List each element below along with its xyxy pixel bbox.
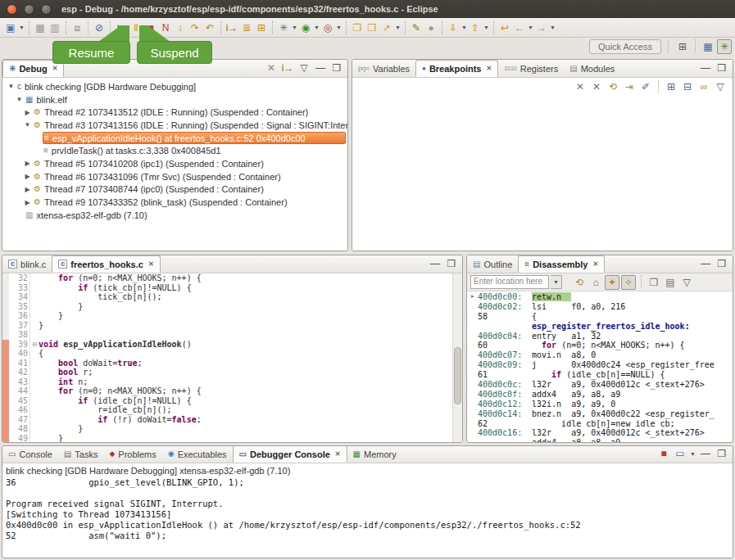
tree-expander-icon[interactable]: ▶ <box>22 186 33 193</box>
tab-disassembly[interactable]: ≡Disassembly✕ <box>518 255 605 273</box>
previous-annotation-button[interactable]: ⇧ <box>468 20 483 35</box>
editor-scrollbar[interactable] <box>452 273 462 442</box>
debug-tree-row[interactable]: ▶⚙Thread #5 1073410208 (ipc1) (Suspended… <box>2 157 347 170</box>
new-wizard-button[interactable]: ▣ <box>3 20 18 35</box>
tree-expander-icon[interactable]: ▼ <box>6 83 16 90</box>
view-menu-button[interactable]: ▽ <box>679 275 694 290</box>
chevron-down-icon[interactable]: ▼ <box>483 25 490 30</box>
debug-tree-row[interactable]: ▶⚙Thread #6 1073431096 (Tmr Svc) (Suspen… <box>2 170 347 183</box>
debug-tree-row[interactable]: ▶⚙Thread #2 1073413512 (IDLE : Running) … <box>2 106 347 119</box>
chevron-down-icon[interactable]: ▼ <box>551 275 562 289</box>
annotation-button[interactable]: ● <box>424 20 438 35</box>
window-maximize-button[interactable] <box>41 4 52 15</box>
editor-tab-blink-c[interactable]: cblink.c <box>2 255 52 273</box>
quick-access-button[interactable]: Quick Access <box>589 39 661 54</box>
view-menu-button[interactable]: ▽ <box>713 79 728 94</box>
chevron-down-icon[interactable]: ▼ <box>314 25 320 30</box>
chevron-down-icon[interactable]: ▼ <box>19 25 25 30</box>
expand-all-button[interactable]: ⊞ <box>664 79 678 94</box>
remove-all-breakpoints-button[interactable]: ✕ <box>589 79 604 94</box>
debug-tree-row[interactable]: ▥xtensa-esp32-elf-gdb (7.10) <box>2 209 347 222</box>
chevron-down-icon[interactable]: ▼ <box>690 451 696 457</box>
tab-modules[interactable]: ▤Modules <box>564 60 620 77</box>
skip-all-breakpoints-toggle[interactable]: ✐ <box>638 79 653 94</box>
tree-expander-icon[interactable]: ▶ <box>22 109 33 116</box>
editor-fold-margin[interactable]: ⊖ <box>30 273 39 442</box>
cpp-perspective-button[interactable]: ▦ <box>701 39 715 54</box>
trace-control-button[interactable]: ⊞ <box>254 20 269 35</box>
view-menu-button[interactable]: ▽ <box>297 61 311 75</box>
tab-registers[interactable]: 1010Registers <box>498 60 564 77</box>
tree-expander-icon[interactable]: ▶ <box>22 160 33 167</box>
maximize-button[interactable]: ❒ <box>444 256 459 271</box>
home-button[interactable]: ⌂ <box>588 275 603 290</box>
show-debug-columns-button[interactable]: ≣ <box>239 20 254 35</box>
skip-all-breakpoints-button[interactable]: ⊘ <box>92 20 107 35</box>
disassembly-content[interactable]: ➤400d0c00:retw.n 400d0c02:lsi f0, a0, 21… <box>467 291 733 442</box>
display-console-button[interactable]: ▭ <box>673 446 687 461</box>
tab-memory[interactable]: ▦Memory <box>347 445 402 463</box>
terminate-button[interactable]: ■ <box>656 446 671 461</box>
window-titlebar[interactable]: esp - Debug - /home/krzysztof/esp/esp-id… <box>0 0 735 18</box>
debug-perspective-button[interactable]: ✳ <box>717 39 732 54</box>
mark-occurrences-button[interactable]: ✎ <box>409 20 424 35</box>
console-content[interactable]: blink checking [GDB Hardware Debugging] … <box>2 463 733 558</box>
run-button[interactable]: ◉ <box>298 20 313 35</box>
open-element-button[interactable]: ↗ <box>379 20 394 35</box>
maximize-button[interactable]: ❒ <box>329 61 344 75</box>
save-all-button[interactable]: ▥ <box>48 20 62 35</box>
fold-collapse-icon[interactable]: ⊖ <box>30 340 39 350</box>
chevron-down-icon[interactable]: ▼ <box>395 25 402 30</box>
instruction-stepping-button[interactable]: i→ <box>225 20 239 35</box>
next-annotation-button[interactable]: ⇩ <box>446 20 461 35</box>
chevron-down-icon[interactable]: ▼ <box>336 25 343 30</box>
debug-tree-row[interactable]: ▶⚙Thread #7 1073408744 (ipc0) (Suspended… <box>2 183 347 196</box>
tab-tasks[interactable]: ▤Tasks <box>58 445 104 463</box>
window-close-button[interactable] <box>7 4 17 15</box>
disconnect-button[interactable]: N <box>158 20 173 35</box>
minimize-button[interactable]: — <box>698 256 713 271</box>
debug-tree-row[interactable]: ▼▦blink.elf <box>2 93 347 106</box>
close-icon[interactable]: ✕ <box>335 450 341 458</box>
chevron-down-icon[interactable]: ▼ <box>292 25 298 30</box>
tree-expander-icon[interactable]: ▶ <box>22 173 33 180</box>
new-binary-button[interactable]: ⧈ <box>70 20 84 35</box>
track-expression-toggle[interactable]: ✧ <box>621 275 636 290</box>
back-button[interactable]: ← <box>512 20 527 35</box>
editor-tab-freertos-hooks-c[interactable]: cfreertos_hooks.c✕ <box>52 255 160 273</box>
collapse-all-button[interactable]: ⊟ <box>680 79 695 94</box>
tab-variables[interactable]: (x)=Variables <box>352 60 415 77</box>
copy-button[interactable]: ❐ <box>647 275 661 290</box>
maximize-button[interactable]: ❒ <box>715 61 729 75</box>
save-button[interactable]: ▦ <box>33 20 48 35</box>
chevron-down-icon[interactable]: ▼ <box>550 25 556 30</box>
tab-problems[interactable]: ◆Problems <box>103 445 161 463</box>
tab-breakpoints[interactable]: ●Breakpoints✕ <box>415 60 498 77</box>
debug-tree-row[interactable]: ▼⚙Thread #3 1073413156 (IDLE : Running) … <box>2 119 347 132</box>
go-to-file-button[interactable]: ⇥ <box>622 79 637 94</box>
step-over-button[interactable]: ↷ <box>188 20 202 35</box>
last-edit-location-button[interactable]: ↩ <box>497 20 512 35</box>
tab-debugger-console[interactable]: ▭Debugger Console✕ <box>233 445 347 463</box>
external-tools-button[interactable]: ◎ <box>320 20 335 35</box>
debug-tree-row[interactable]: ▶⚙Thread #9 1073433352 (blink_task) (Sus… <box>2 196 347 209</box>
sync-selection-button[interactable]: ⟲ <box>572 275 587 290</box>
close-icon[interactable]: ✕ <box>52 65 58 72</box>
instruction-step-toggle-button[interactable]: i→ <box>280 61 295 75</box>
forward-button[interactable]: → <box>534 20 549 35</box>
tree-expander-icon[interactable]: ▼ <box>14 96 25 103</box>
maximize-button[interactable]: ❒ <box>715 256 729 271</box>
open-perspective-button[interactable]: ⊞ <box>675 39 690 54</box>
location-input[interactable]: Enter location here <box>470 275 549 289</box>
tree-expander-icon[interactable]: ▶ <box>22 199 33 206</box>
show-source-toggle[interactable]: ✦ <box>605 275 619 290</box>
stack-frame-row[interactable]: ≡esp_vApplicationIdleHook() at freertos_… <box>2 132 347 145</box>
export-button[interactable]: ▤ <box>663 275 678 290</box>
close-icon[interactable]: ✕ <box>592 260 598 268</box>
show-breakpoints-for-button[interactable]: ⟲ <box>606 79 620 94</box>
editor-code-area[interactable]: for (n=0; n<MAX_HOOKS; n++) { if (tick_c… <box>39 273 452 442</box>
chevron-down-icon[interactable]: ▼ <box>461 25 468 30</box>
debug-button[interactable]: ✳ <box>276 20 291 35</box>
remove-all-terminated-button[interactable]: ✕ <box>264 61 279 75</box>
remove-breakpoint-button[interactable]: ✕ <box>573 79 588 94</box>
